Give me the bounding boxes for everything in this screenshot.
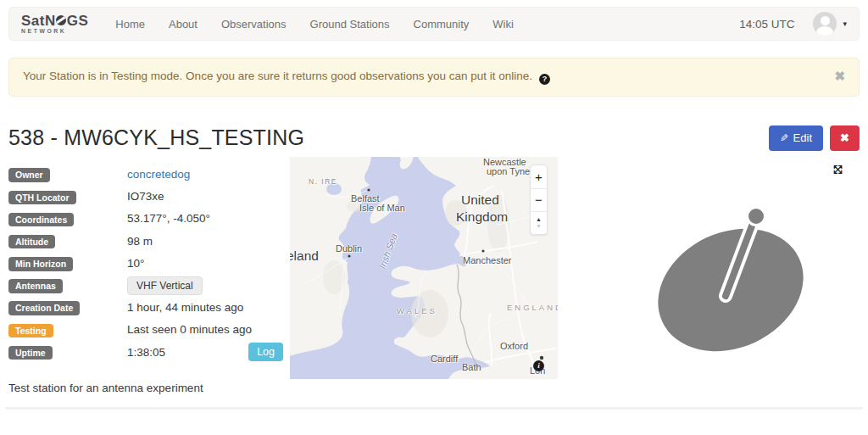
coordinates-value: 53.177°, -4.050°	[127, 212, 210, 225]
map-label-newcastle2: upon Tyne	[487, 166, 530, 176]
antenna-chip: VHF Vertical	[127, 276, 203, 295]
testing-mode-alert: Your Station is in Testing mode. Once yo…	[8, 58, 860, 97]
map-label-wales: WALES	[397, 306, 437, 315]
avatar-head-icon	[821, 16, 830, 25]
detail-row-coordinates: Coordinates 53.177°, -4.050°	[8, 208, 290, 230]
map-label-oxford: Oxford	[500, 341, 528, 351]
map-label-ireland: eland	[290, 248, 319, 264]
utc-clock: 14:05 UTC	[739, 18, 794, 31]
alert-message: Your Station is in Testing mode. Once yo…	[23, 70, 532, 82]
zoom-out-button[interactable]: −	[531, 188, 547, 211]
station-description: Test station for an antenna experiment	[8, 382, 860, 394]
map-label-united: United	[461, 192, 499, 208]
qth-value: IO73xe	[127, 190, 164, 203]
map-label-cardiff: Cardiff	[431, 354, 458, 364]
map-label-manchester: Manchester	[463, 255, 511, 265]
min-horizon-badge: Min Horizon	[8, 257, 73, 271]
station-header: 538 - MW6CYK_HS_TESTING ✎ Edit ✖	[8, 125, 860, 151]
map-label-kingdom: Kingdom	[456, 209, 508, 225]
uptime-value: 1:38:05	[127, 346, 165, 359]
zoom-in-button[interactable]: +	[531, 165, 547, 188]
detail-row-uptime: Uptime 1:38:05 Log	[8, 341, 290, 363]
top-navbar: SatNGS NETWORK Home About Observations G…	[8, 7, 860, 41]
help-question-icon[interactable]: ?	[539, 74, 550, 85]
satnogs-logo[interactable]: SatNGS NETWORK	[21, 14, 88, 35]
edit-button[interactable]: ✎ Edit	[769, 125, 823, 151]
page-title: 538 - MW6CYK_HS_TESTING	[8, 125, 304, 150]
min-horizon-value: 10°	[127, 257, 144, 270]
pencil-icon: ✎	[780, 132, 788, 144]
detail-row-altitude: Altitude 98 m	[8, 230, 290, 252]
map-label-isle-of-man: Isle of Man	[359, 203, 405, 213]
logo-subtitle: NETWORK	[21, 29, 88, 35]
antennas-badge: Antennas	[8, 279, 63, 293]
station-content: Owner concretedog QTH Locator IO73xe Coo…	[8, 157, 860, 379]
user-avatar[interactable]	[813, 12, 837, 36]
nav-menu: Home About Observations Ground Stations …	[103, 18, 526, 31]
detail-row-min-horizon: Min Horizon 10°	[8, 252, 290, 274]
avatar-body-icon	[816, 26, 833, 36]
map-label-bath: Bath	[462, 362, 481, 372]
detail-row-status: Testing Last seen 0 minutes ago	[8, 319, 290, 341]
qth-badge: QTH Locator	[8, 191, 76, 205]
owner-badge: Owner	[8, 168, 50, 182]
testing-status-badge: Testing	[8, 324, 53, 338]
map-label-n-ire: N. IRE	[309, 177, 337, 186]
satellite-dish-icon	[653, 199, 818, 356]
map-label-dublin: Dublin	[336, 243, 362, 254]
uptime-badge: Uptime	[8, 346, 53, 360]
user-menu-caret-icon[interactable]: ▾	[843, 20, 847, 28]
nav-item-home[interactable]: Home	[103, 18, 157, 31]
detail-row-creation-date: Creation Date 1 hour, 44 minutes ago	[8, 297, 290, 319]
map-label-england: ENGLAND	[507, 303, 558, 312]
pitch-toggle-button[interactable]: ▲ ▼	[531, 211, 547, 234]
navbar-right: 14:05 UTC ▾	[739, 12, 847, 36]
creation-date-badge: Creation Date	[8, 301, 80, 315]
station-map[interactable]: Newcastle upon Tyne N. IRE Belfast Isle …	[290, 157, 558, 379]
altitude-badge: Altitude	[8, 235, 55, 249]
alert-close-icon[interactable]: ✖	[834, 69, 845, 84]
detail-row-owner: Owner concretedog	[8, 164, 290, 186]
nav-item-wiki[interactable]: Wiki	[481, 18, 526, 31]
nav-item-community[interactable]: Community	[402, 18, 481, 31]
coordinates-badge: Coordinates	[8, 213, 74, 227]
fullscreen-expand-icon[interactable]: ⤢ ⤡	[833, 165, 845, 177]
altitude-value: 98 m	[127, 235, 153, 248]
pitch-down-icon: ▼	[536, 223, 542, 230]
detail-row-qth: QTH Locator IO73xe	[8, 186, 290, 208]
log-button[interactable]: Log	[248, 343, 283, 361]
delete-button[interactable]: ✖	[830, 125, 860, 151]
last-seen-value: Last seen 0 minutes ago	[127, 323, 252, 336]
globe-icon	[56, 15, 66, 25]
owner-link[interactable]: concretedog	[127, 168, 190, 181]
footer-divider	[5, 407, 863, 410]
header-buttons: ✎ Edit ✖	[769, 125, 860, 151]
detail-row-antennas: Antennas VHF Vertical	[8, 274, 290, 296]
map-attribution-info-icon[interactable]: i	[533, 360, 544, 371]
logo-text: SatNGS	[21, 14, 88, 28]
nav-item-observations[interactable]: Observations	[209, 18, 298, 31]
creation-date-value: 1 hour, 44 minutes ago	[127, 301, 243, 314]
station-details: Owner concretedog QTH Locator IO73xe Coo…	[8, 157, 290, 379]
delete-x-icon: ✖	[840, 131, 849, 144]
antenna-panel: ⤢ ⤡	[558, 157, 860, 379]
nav-item-ground-stations[interactable]: Ground Stations	[298, 18, 402, 31]
map-zoom-control: + − ▲ ▼	[530, 165, 548, 235]
pitch-up-icon: ▲	[536, 216, 542, 223]
nav-item-about[interactable]: About	[157, 18, 209, 31]
